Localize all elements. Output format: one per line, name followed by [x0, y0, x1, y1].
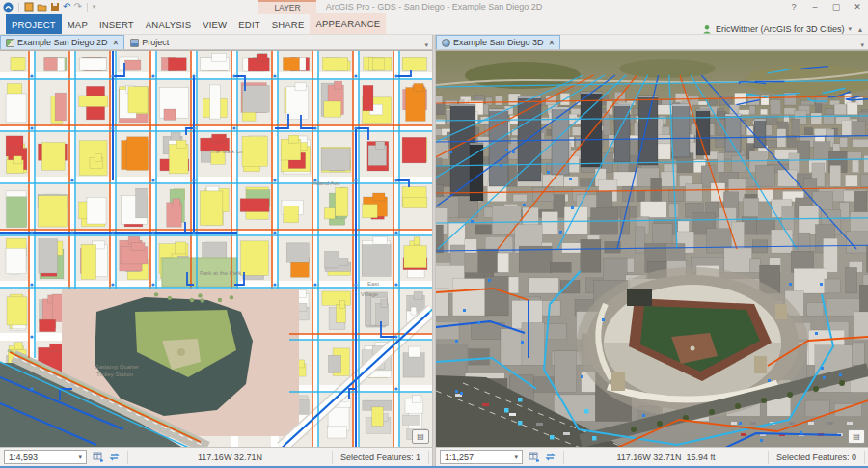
scale-combobox[interactable]: 1:1,257 ▾	[440, 450, 523, 464]
navigator-button[interactable]: ▤	[848, 429, 865, 444]
minimize-button[interactable]: –	[804, 0, 826, 14]
map-2d-view[interactable]: The Mark LnIsland AvePark at the ParkEas…	[0, 50, 432, 447]
map-2d-icon	[6, 39, 14, 47]
arcgis-logo-icon[interactable]	[3, 1, 14, 13]
tab-list-caret-icon[interactable]: ▾	[860, 41, 868, 49]
pane-2d: Example San Diego 2D ✕ Project ▾ The Mar…	[0, 35, 432, 466]
map-3d-canvas[interactable]	[436, 51, 868, 447]
view-area: Example San Diego 2D ✕ Project ▾ The Mar…	[0, 35, 868, 466]
street-label: The Mark Ln	[210, 149, 243, 154]
qat-customize-icon[interactable]: ▾	[93, 2, 96, 12]
scene-3d-icon	[442, 39, 450, 47]
status-tools	[87, 451, 128, 464]
map-3d-view[interactable]: ▤	[436, 50, 868, 447]
view-tab-label: Project	[142, 38, 169, 47]
navigator-button[interactable]: ▤	[412, 429, 429, 444]
tab-view[interactable]: VIEW	[197, 14, 232, 34]
view-tab-label: Example San Diego 3D	[453, 38, 544, 47]
coordinates-readout: 117.16W 32.71N 15.94 ft	[564, 453, 768, 462]
street-label: Trolley Station	[96, 372, 133, 377]
status-tools	[523, 451, 564, 464]
map-2d-canvas[interactable]: The Mark LnIsland AvePark at the ParkEas…	[0, 51, 432, 447]
scale-value: 1:4,593	[9, 453, 38, 462]
scale-caret-icon: ▾	[514, 454, 518, 461]
help-button[interactable]: ?	[783, 0, 804, 14]
tab-map[interactable]: MAP	[62, 14, 94, 34]
table-plus-icon[interactable]	[93, 452, 104, 462]
tab-share[interactable]: SHARE	[266, 14, 311, 34]
street-label: Park at the Park	[200, 270, 242, 276]
close-view-icon[interactable]: ✕	[113, 39, 120, 47]
close-button[interactable]: ✕	[847, 0, 868, 14]
status-bar-2d: 1:4,593 ▾ 117.16W 32.71N Selected Featur…	[0, 447, 432, 466]
coordinates-readout: 117.16W 32.71N	[128, 453, 332, 462]
user-icon	[702, 24, 712, 34]
ribbon-tab-row: PROJECT MAP INSERT ANALYSIS VIEW EDIT SH…	[0, 14, 868, 35]
save-project-icon[interactable]	[50, 1, 60, 13]
view-tab-strip-right: Example San Diego 3D ✕ ▾	[436, 35, 868, 50]
contextual-group-layer: LAYER	[258, 0, 316, 14]
close-view-icon[interactable]: ✕	[549, 39, 556, 47]
table-plus-icon[interactable]	[529, 452, 540, 462]
view-tab-strip-left: Example San Diego 2D ✕ Project ▾	[0, 35, 432, 50]
new-project-icon[interactable]	[24, 1, 34, 13]
arcgis-pro-window: ↶ ↷ ▾ LAYER ArcGIS Pro - GDS - San Diego…	[0, 0, 868, 468]
tab-analysis[interactable]: ANALYSIS	[140, 14, 197, 34]
title-bar: ↶ ↷ ▾ LAYER ArcGIS Pro - GDS - San Diego…	[0, 0, 868, 14]
collapse-ribbon-icon[interactable]: ▴	[858, 25, 862, 34]
scale-combobox[interactable]: 1:4,593 ▾	[4, 450, 87, 464]
tab-list-caret-icon[interactable]: ▾	[424, 41, 432, 49]
project-view-icon	[130, 39, 139, 47]
sync-arrows-icon[interactable]	[109, 452, 122, 462]
view-tab-example-san-diego-3d[interactable]: Example San Diego 3D ✕	[436, 35, 560, 49]
window-title: ArcGIS Pro - GDS - San Diego - Example S…	[0, 2, 868, 12]
account-caret-icon[interactable]: ▾	[848, 25, 852, 33]
tab-appearance[interactable]: APPEARANCE	[310, 13, 386, 34]
view-tab-label: Example San Diego 2D	[17, 38, 108, 47]
street-label: East	[367, 281, 379, 287]
view-tab-project[interactable]: Project	[124, 35, 175, 49]
view-tab-example-san-diego-2d[interactable]: Example San Diego 2D ✕	[0, 35, 124, 49]
scale-caret-icon: ▾	[78, 454, 82, 461]
scale-value: 1:1,257	[445, 453, 474, 462]
tab-insert[interactable]: INSERT	[94, 14, 140, 34]
pane-3d: Example San Diego 3D ✕ ▾ ▤ 1:1,257 ▾	[436, 35, 868, 466]
redo-icon[interactable]: ↷	[73, 2, 81, 12]
signed-in-user: EricWittner (ArcGIS for 3D Cities)	[716, 24, 845, 34]
undo-icon[interactable]: ↶	[63, 2, 70, 12]
tab-project[interactable]: PROJECT	[6, 14, 62, 34]
street-label: Island Ave	[313, 180, 340, 186]
selected-features-badge[interactable]: Selected Features: 0	[768, 451, 864, 464]
quick-access-toolbar: ↶ ↷ ▾	[0, 0, 95, 14]
street-label: Village	[361, 291, 379, 297]
open-project-icon[interactable]	[37, 1, 47, 13]
selected-features-badge[interactable]: Selected Features: 1	[332, 451, 428, 464]
account-area[interactable]: EricWittner (ArcGIS for 3D Cities) ▾ ▴	[702, 24, 868, 34]
street-label: Gaslamp Quarter	[95, 364, 139, 370]
sync-arrows-icon[interactable]	[545, 452, 557, 462]
status-bar-3d: 1:1,257 ▾ 117.16W 32.71N 15.94 ft Select…	[436, 447, 868, 466]
window-controls: ? – ▢ ✕	[783, 0, 868, 14]
ribbon-tabs: PROJECT MAP INSERT ANALYSIS VIEW EDIT SH…	[0, 13, 386, 34]
restore-button[interactable]: ▢	[826, 0, 847, 14]
tab-edit[interactable]: EDIT	[232, 14, 265, 34]
